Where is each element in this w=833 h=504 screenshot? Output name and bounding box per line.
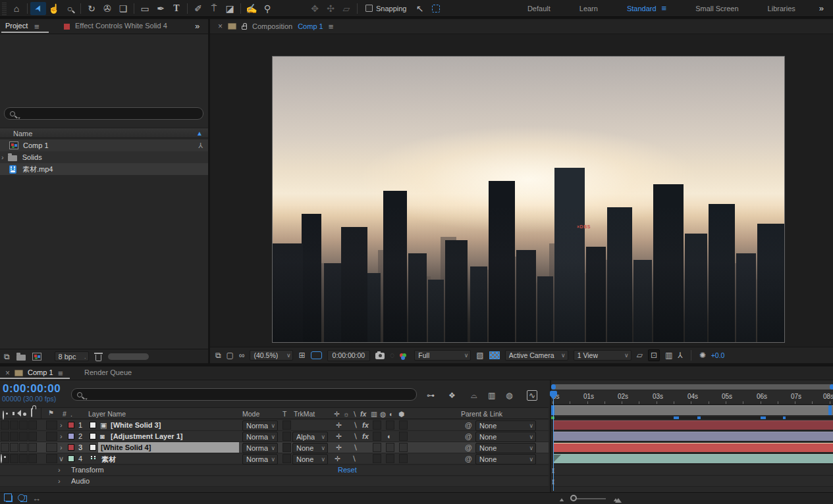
zoom-out-mountain-icon[interactable] [560,496,564,501]
timeline-search-input[interactable] [71,388,417,401]
always-preview-icon[interactable]: ⧉ [215,351,221,360]
channel-color-icon[interactable] [400,353,404,357]
magnification-dropdown[interactable]: (40.5%)∨ [250,350,293,361]
pickwhip-icon[interactable]: @ [465,455,472,463]
video-toggle[interactable] [1,420,9,430]
label-cell[interactable] [46,454,57,463]
label-color-chip[interactable] [68,444,74,451]
lock-toggle[interactable] [28,454,37,463]
layer-name[interactable]: [Adjustment Layer 1] [111,432,182,440]
timeline-navigator[interactable] [551,384,833,390]
tab-timeline-comp1[interactable]: Comp 1 [28,368,53,376]
transparency-grid-icon[interactable] [489,351,500,359]
region-options-icon[interactable] [311,351,322,359]
switch-cell[interactable] [373,454,381,463]
audio-toggle[interactable] [10,443,18,452]
layer-duration-bar[interactable] [553,454,833,463]
workspace-tab-learn[interactable]: Learn [565,0,612,16]
resolution-dropdown[interactable]: Full∨ [414,350,471,361]
new-composition-icon[interactable] [32,353,41,361]
layer-name[interactable]: 素材 [101,455,116,465]
time-ruler[interactable]: 0s 01s 02s 03s 04s 05s 06s 07s 08s [551,391,833,405]
workspace-tab-libraries[interactable]: Libraries [753,0,810,16]
layer-duration-bar-selected[interactable] [553,443,833,452]
navigator-start-handle[interactable] [551,384,556,390]
navigator-end-handle[interactable] [830,384,833,390]
preview-time-display[interactable]: 0:00:00:00 [327,350,371,361]
quality-switch[interactable]: ✛ [336,421,342,430]
audio-label[interactable]: Audio [71,477,90,485]
new-folder-icon[interactable] [16,355,26,361]
column-t[interactable]: T [282,410,286,418]
rotate-tool-icon[interactable]: ↻ [84,2,99,15]
playhead-line[interactable] [553,391,554,491]
expand-icon[interactable]: › [60,443,63,451]
graph-editor-icon[interactable]: ∿ [527,390,537,401]
t-cell[interactable] [282,420,291,430]
audio-toggle[interactable] [10,432,18,441]
layer-row-2[interactable]: › 2 ◙ [Adjustment Layer 1] Normal∨ Alpha… [0,431,549,442]
zoom-tool-icon[interactable]: ○ [62,2,78,15]
toggle-inout-panes-icon[interactable]: ↔ [32,493,41,503]
label-color-chip[interactable] [68,455,74,462]
video-toggle[interactable] [1,432,9,441]
pan-behind-tool-icon[interactable]: ❏ [115,2,131,15]
collapse-icon[interactable]: ∨ [59,455,64,463]
project-item-footage[interactable]: 素材.mp4 [0,163,208,175]
solo-toggle[interactable] [19,443,28,452]
pen-tool-icon[interactable]: ✒ [153,2,169,15]
pickwhip-icon[interactable]: @ [465,443,472,451]
layer-row-3-selected[interactable]: › 3 [White Solid 4] Normal∨ None∨ ✛ ∖ @ … [0,442,549,453]
label-color-chip[interactable] [68,422,74,428]
audio-toggle[interactable] [10,454,18,463]
layer-name[interactable]: [White Solid 3] [111,421,161,429]
hand-tool-icon[interactable]: ☝ [46,2,62,15]
pixel-aspect-icon[interactable]: ⊡ [648,349,660,361]
fx-switch[interactable]: fx [362,432,369,440]
composition-viewer[interactable]: ×DBS [210,34,833,347]
view-axis-icon[interactable]: ▱ [338,2,354,15]
quality-slash-switch[interactable]: ∖ [353,443,358,452]
t-cell[interactable] [282,443,291,452]
fx-switch[interactable]: fx [362,421,369,429]
toggle-transfer-controls-icon[interactable] [20,495,27,502]
toolbar-grip[interactable] [2,2,7,15]
switch-cell[interactable] [386,454,394,463]
switch-cell[interactable] [373,432,381,441]
parent-dropdown[interactable]: None∨ [475,432,536,442]
solo-toggle[interactable] [19,454,28,463]
camera-view-dropdown[interactable]: Active Camera∨ [505,350,568,361]
quality-switch[interactable]: ✛ [336,432,342,441]
region-of-interest-icon[interactable]: ▧ [476,351,483,360]
comp-flowchart-icon[interactable]: ⅄ [678,351,682,360]
puppet-pin-tool-icon[interactable]: ⚲ [259,2,275,15]
layer-row-4[interactable]: ∨ 4 素材 Normal∨ None∨ ✛ ∖ @ None∨ [0,453,549,465]
transform-reset-link[interactable]: Reset [338,466,357,474]
quality-switch[interactable]: ✛ [335,455,340,463]
fast-previews-icon[interactable]: ▥ [665,351,672,360]
mask-visibility-icon[interactable]: ▱ [637,351,643,360]
switch-cell[interactable] [399,454,408,463]
horizontal-scrollbar[interactable] [108,353,149,360]
motion-blur-icon[interactable]: ◍ [506,391,512,400]
lock-toggle[interactable] [28,443,37,452]
camera-tool-icon[interactable]: ✇ [99,2,115,15]
selection-tool-icon[interactable]: ➤ [32,3,44,13]
show-snapshot-icon[interactable]: ◌ [390,351,394,360]
trkmat-dropdown[interactable]: Alpha∨ [292,432,328,442]
solo-toggle[interactable] [19,432,28,441]
transform-label[interactable]: Transform [71,466,104,474]
workspace-tab-small-screen[interactable]: Small Screen [681,0,753,16]
composition-name[interactable]: Comp 1 [298,22,323,30]
quality-slash-switch[interactable]: ∖ [353,432,358,441]
snapshot-icon[interactable] [375,353,385,359]
workspace-overflow-icon[interactable]: » [810,3,833,13]
workspace-menu-icon[interactable]: ≡ [662,3,667,13]
layer-row-1[interactable]: › 1 ▣ [White Solid 3] Normal∨ ✛ ∖ fx @ N… [0,420,549,431]
tab-render-queue[interactable]: Render Queue [84,368,132,376]
video-toggle[interactable] [1,443,9,452]
composition-mini-flowchart-icon[interactable]: ⊶ [427,391,435,400]
roto-brush-tool-icon[interactable]: ✍ [244,2,259,15]
expand-icon[interactable]: › [1,153,4,161]
exposure-shutter-icon[interactable]: ✺ [699,351,706,360]
